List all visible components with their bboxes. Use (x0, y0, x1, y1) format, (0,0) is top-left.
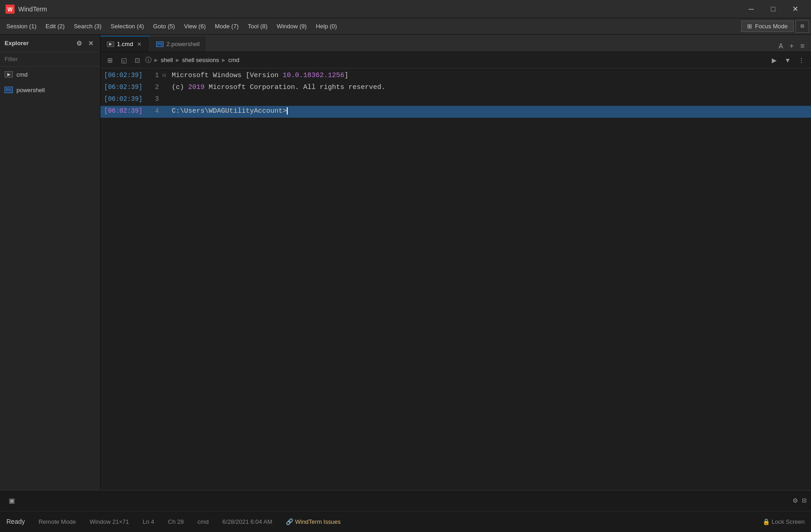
status-shell-type: cmd (198, 518, 209, 525)
toolbar: ⊞ ◱ ⊡ ⓘ ▶ shell ▶ shell sessions ▶ cmd ▶… (100, 52, 811, 68)
issues-icon: 🔗 (286, 518, 293, 525)
status-column-number: Ch 28 (168, 518, 184, 525)
minimize-button[interactable]: ─ (741, 2, 762, 16)
svg-text:W: W (7, 6, 13, 13)
lock-label: Lock Screen (772, 518, 805, 525)
status-bar: ▣ ⚙ ⊡ Ready Remote Mode Window 21×71 Ln … (0, 490, 811, 532)
powershell-icon: PS (5, 87, 13, 93)
status-icons-row: ▣ ⚙ ⊡ (0, 490, 811, 511)
filter-input[interactable] (0, 52, 100, 67)
info-button[interactable]: ⓘ (145, 55, 152, 66)
sidebar-header: Explorer ⚙ ✕ (0, 35, 100, 52)
tab-right-controls: A + ≡ (772, 42, 811, 52)
title-controls: ─ □ ✕ (741, 2, 806, 16)
toolbar-right: ▶ ▼ ⋮ (768, 55, 807, 66)
linenum-4: 4 (146, 106, 163, 116)
cmd-icon: ▶ (5, 71, 13, 78)
maximize-button[interactable]: □ (763, 2, 784, 16)
sidebar: Explorer ⚙ ✕ ▶ cmd PS powershell (0, 35, 100, 490)
timestamp-2: [06:02:39] (100, 82, 146, 92)
new-window-button[interactable]: ◱ (118, 55, 130, 66)
timestamp-1: [06:02:39] (100, 70, 146, 80)
fold-1: ⊟ (163, 72, 170, 80)
tab-ps-icon: PS (156, 42, 163, 47)
expand-button[interactable]: ▶ (768, 55, 780, 66)
new-pane-button[interactable]: ⊡ (132, 55, 143, 66)
status-issues-link[interactable]: 🔗 WindTerm Issues (286, 518, 341, 525)
status-line-number: Ln 4 (143, 518, 154, 525)
sidebar-header-icons: ⚙ ✕ (74, 39, 95, 48)
maximize-panel-button[interactable]: ⊡ (795, 20, 809, 33)
status-right-icons: ⚙ ⊡ (793, 496, 806, 505)
linenum-3: 3 (146, 94, 163, 104)
tab-menu-button[interactable]: ≡ (798, 42, 806, 52)
status-lock-screen[interactable]: 🔒 Lock Screen (763, 518, 805, 525)
tab-cmd[interactable]: ▶ 1.cmd ✕ (100, 36, 150, 52)
tab-cmd-label: 1.cmd (117, 41, 133, 47)
sidebar-close-icon[interactable]: ✕ (86, 39, 95, 48)
sidebar-item-powershell-label: powershell (16, 87, 45, 94)
line-content-1: Microsoft Windows [Version 10.0.18362.12… (170, 70, 811, 81)
new-terminal-button[interactable]: ⊞ (104, 55, 116, 66)
tab-cmd-icon: ▶ (107, 42, 114, 47)
new-tab-button[interactable]: + (788, 42, 796, 52)
main-layout: Explorer ⚙ ✕ ▶ cmd PS powershell ▶ 1.cmd… (0, 35, 811, 490)
collapse-button[interactable]: ▼ (782, 55, 794, 66)
app-logo: W (5, 5, 15, 14)
tab-cmd-close[interactable]: ✕ (136, 41, 143, 48)
breadcrumb-sep1: ▶ (154, 57, 158, 63)
app-title: WindTerm (18, 5, 741, 13)
sidebar-item-cmd-label: cmd (16, 71, 28, 78)
title-bar: W WindTerm ─ □ ✕ (0, 0, 811, 18)
menu-help[interactable]: Help (0) (311, 21, 342, 31)
breadcrumb: ⓘ ▶ shell ▶ shell sessions ▶ cmd (145, 55, 766, 66)
breadcrumb-sessions: shell sessions (182, 57, 219, 63)
menu-view[interactable]: View (6) (179, 21, 210, 31)
sidebar-item-cmd[interactable]: ▶ cmd (0, 67, 100, 82)
lock-icon: 🔒 (763, 518, 770, 525)
status-expand-icon[interactable]: ⊡ (802, 496, 806, 505)
more-button[interactable]: ⋮ (795, 55, 807, 66)
close-button[interactable]: ✕ (785, 2, 806, 16)
tab-ps-label: 2.powershell (166, 41, 200, 47)
terminal-content[interactable]: [06:02:39] 1 ⊟ Microsoft Windows [Versio… (100, 68, 811, 490)
settings-gear-icon[interactable]: ⚙ (793, 496, 798, 505)
timestamp-3: [06:02:39] (100, 94, 146, 104)
menu-selection[interactable]: Selection (4) (106, 21, 148, 31)
tab-powershell[interactable]: PS 2.powershell (150, 36, 206, 52)
menu-mode[interactable]: Mode (7) (210, 21, 243, 31)
status-info-row: Ready Remote Mode Window 21×71 Ln 4 Ch 2… (0, 511, 811, 532)
sidebar-item-powershell[interactable]: PS powershell (0, 82, 100, 98)
breadcrumb-sep3: ▶ (222, 57, 226, 63)
linenum-2: 2 (146, 82, 163, 92)
menu-session[interactable]: Session (1) (2, 21, 41, 31)
terminal-line-1: [06:02:39] 1 ⊟ Microsoft Windows [Versio… (100, 70, 811, 82)
menu-search[interactable]: Search (3) (69, 21, 106, 31)
linenum-1: 1 (146, 70, 163, 80)
breadcrumb-sep2: ▶ (176, 57, 179, 63)
menu-bar: Session (1) Edit (2) Search (3) Selectio… (0, 18, 811, 35)
sidebar-settings-icon[interactable]: ⚙ (74, 39, 84, 48)
breadcrumb-cmd: cmd (228, 57, 240, 63)
status-ready: Ready (6, 518, 25, 525)
focus-mode-label: Focus Mode (755, 23, 788, 30)
breadcrumb-shell: shell (161, 57, 173, 63)
issues-label: WindTerm Issues (295, 518, 341, 525)
terminal-area: ▶ 1.cmd ✕ PS 2.powershell A + ≡ ⊞ ◱ ⊡ ⓘ … (100, 35, 811, 490)
menu-window[interactable]: Window (9) (272, 21, 311, 31)
tab-bar: ▶ 1.cmd ✕ PS 2.powershell A + ≡ (100, 35, 811, 52)
font-size-button[interactable]: A (777, 42, 785, 52)
status-remote-mode: Remote Mode (38, 518, 76, 525)
status-datetime: 6/28/2021 6:04 AM (222, 518, 272, 525)
focus-icon: ⊞ (747, 23, 752, 30)
menu-tool[interactable]: Tool (8) (243, 21, 272, 31)
terminal-line-3: [06:02:39] 3 (100, 94, 811, 106)
menu-goto[interactable]: Goto (5) (148, 21, 179, 31)
sidebar-toggle-icon[interactable]: ▣ (5, 493, 19, 508)
terminal-line-4: [06:02:39] 4 C:\Users\WDAGUtilityAccount… (100, 106, 811, 118)
focus-mode-button[interactable]: ⊞ Focus Mode (741, 21, 794, 32)
terminal-line-2: [06:02:39] 2 (c) 2019 Microsoft Corporat… (100, 82, 811, 94)
menu-edit[interactable]: Edit (2) (41, 21, 69, 31)
cursor (287, 107, 288, 115)
sidebar-title: Explorer (5, 40, 74, 47)
